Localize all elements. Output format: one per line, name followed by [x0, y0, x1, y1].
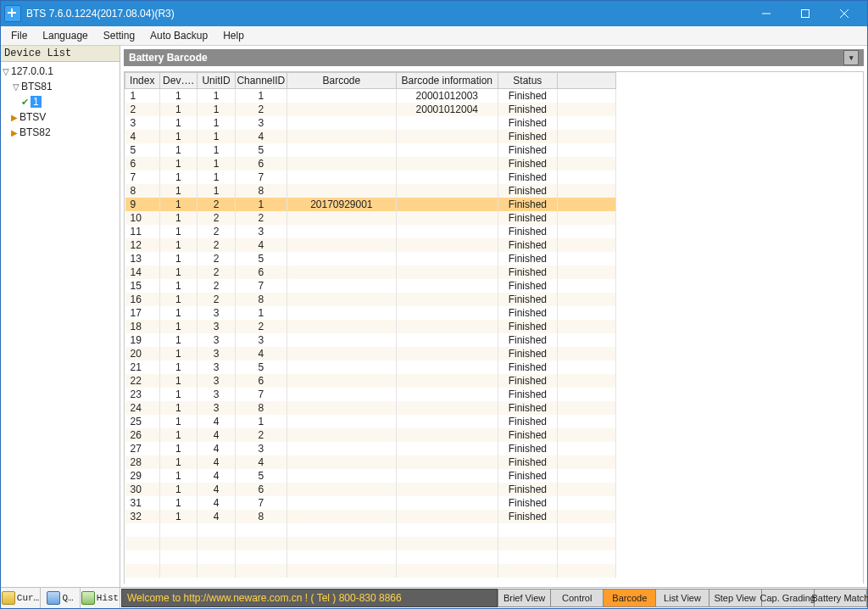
- table-row[interactable]: 18132Finished: [125, 320, 616, 333]
- table-row[interactable]: 20134Finished: [125, 347, 616, 360]
- table-cell: 6: [125, 157, 160, 170]
- view-tab-battery-match[interactable]: Battery Match: [815, 589, 867, 607]
- tree-node-btsv[interactable]: ▶ BTSV: [1, 109, 120, 125]
- table-row[interactable]: 24138Finished: [125, 401, 616, 415]
- view-tab-list-view[interactable]: List View: [656, 589, 709, 607]
- view-tab-step-view[interactable]: Step View: [709, 589, 762, 607]
- table-row[interactable]: 32148Finished: [125, 510, 616, 523]
- collapsed-icon[interactable]: ▶: [11, 113, 18, 122]
- table-row[interactable]: 31147Finished: [125, 496, 616, 510]
- table-row[interactable]: 22136Finished: [125, 374, 616, 388]
- table-row[interactable]: 8118Finished: [125, 184, 616, 198]
- minimize-button[interactable]: [747, 1, 786, 26]
- table-row[interactable]: 26142Finished: [125, 428, 616, 442]
- table-cell: [558, 415, 616, 428]
- maximize-button[interactable]: [786, 1, 825, 26]
- col-extra[interactable]: [558, 73, 616, 89]
- table-row[interactable]: 912120170929001Finished: [125, 198, 616, 211]
- menu-language[interactable]: Language: [36, 28, 94, 43]
- table-cell: 1: [159, 496, 198, 510]
- view-tab-brief-view[interactable]: Brief View: [498, 589, 551, 607]
- expand-icon[interactable]: ▽: [11, 82, 21, 92]
- sidebar-tab-current[interactable]: Cur…: [1, 588, 41, 608]
- table-row[interactable]: 28144Finished: [125, 455, 616, 469]
- col-status[interactable]: Status: [498, 73, 558, 89]
- table-cell: 7: [235, 496, 287, 510]
- collapsed-icon[interactable]: ▶: [11, 128, 18, 137]
- expand-icon[interactable]: ▽: [1, 67, 11, 76]
- table-row[interactable]: 30146Finished: [125, 483, 616, 496]
- table-cell: [287, 103, 396, 116]
- col-channel[interactable]: ChannelID: [235, 73, 287, 89]
- table-cell: 26: [125, 428, 160, 442]
- table-row[interactable]: 111120001012003Finished: [125, 89, 616, 103]
- table-cell: 1: [159, 89, 198, 103]
- table-cell: 1: [198, 143, 236, 157]
- view-tab-barcode[interactable]: Barcode: [604, 589, 656, 607]
- table-cell: 2: [198, 293, 236, 306]
- table-cell: 1: [159, 130, 198, 143]
- table-row[interactable]: 17131Finished: [125, 306, 616, 320]
- table-row[interactable]: 23137Finished: [125, 388, 616, 401]
- table-cell: [396, 306, 498, 320]
- tree-node-bts81[interactable]: ▽ BTS81: [1, 79, 120, 94]
- check-icon: ✔: [21, 97, 29, 108]
- menu-file[interactable]: File: [4, 28, 34, 43]
- col-index[interactable]: Index: [125, 73, 160, 89]
- tree-node-channel-1[interactable]: ✔ 1: [1, 94, 120, 109]
- table-row[interactable]: 13125Finished: [125, 252, 616, 265]
- table-cell: [558, 265, 616, 279]
- table-cell: Finished: [498, 89, 558, 103]
- table-cell: Finished: [498, 483, 558, 496]
- table-row[interactable]: 21135Finished: [125, 360, 616, 374]
- table-row[interactable]: 19133Finished: [125, 333, 616, 347]
- table-row[interactable]: 6116Finished: [125, 157, 616, 170]
- table-row[interactable]: 10122Finished: [125, 211, 616, 225]
- status-marquee: Welcome to http://www.neware.com.cn ! ( …: [121, 589, 498, 607]
- table-row-empty: [125, 564, 616, 578]
- table-cell: 20001012004: [396, 103, 498, 116]
- table-row[interactable]: 14126Finished: [125, 265, 616, 279]
- col-device[interactable]: Dev….: [159, 73, 198, 89]
- view-tab-cap-grading[interactable]: Cap. Grading: [762, 589, 815, 607]
- view-tab-control[interactable]: Control: [551, 589, 604, 607]
- table-cell: [287, 306, 396, 320]
- table-row[interactable]: 11123Finished: [125, 225, 616, 238]
- sidebar-tab-history[interactable]: Hist: [81, 588, 120, 608]
- table-cell: 23: [125, 388, 160, 401]
- table-cell: [558, 89, 616, 103]
- table-row[interactable]: 12124Finished: [125, 238, 616, 252]
- table-row[interactable]: 5115Finished: [125, 143, 616, 157]
- close-button[interactable]: [825, 1, 864, 26]
- table-row[interactable]: 7117Finished: [125, 170, 616, 184]
- table-row[interactable]: 3113Finished: [125, 116, 616, 130]
- table-row-empty: [125, 550, 616, 564]
- table-cell: [287, 252, 396, 265]
- table-cell: [287, 238, 396, 252]
- grid-scroll[interactable]: Index Dev…. UnitID ChannelID Barcode Bar…: [124, 71, 864, 584]
- panel-menu-button[interactable]: ▾: [843, 50, 859, 65]
- tree-node-bts82[interactable]: ▶ BTS82: [1, 125, 120, 140]
- menu-help[interactable]: Help: [216, 28, 251, 43]
- menu-auto-backup[interactable]: Auto Backup: [143, 28, 214, 43]
- table-cell: [287, 333, 396, 347]
- sidebar-tab-queue[interactable]: Q…: [41, 588, 81, 608]
- table-cell: 3: [198, 320, 236, 333]
- table-cell: 1: [159, 401, 198, 415]
- table-row[interactable]: 4114Finished: [125, 130, 616, 143]
- table-cell: Finished: [498, 442, 558, 455]
- table-row[interactable]: 25141Finished: [125, 415, 616, 428]
- table-row[interactable]: 211220001012004Finished: [125, 103, 616, 116]
- table-row[interactable]: 27143Finished: [125, 442, 616, 455]
- table-cell: 6: [235, 265, 287, 279]
- table-cell: 1: [235, 198, 287, 211]
- table-row[interactable]: 16128Finished: [125, 293, 616, 306]
- menu-setting[interactable]: Setting: [97, 28, 142, 43]
- col-barcode[interactable]: Barcode: [287, 73, 396, 89]
- col-barcode-info[interactable]: Barcode information: [396, 73, 498, 89]
- col-unit[interactable]: UnitID: [198, 73, 236, 89]
- table-cell: 1: [235, 89, 287, 103]
- table-row[interactable]: 29145Finished: [125, 469, 616, 483]
- table-row[interactable]: 15127Finished: [125, 279, 616, 293]
- tree-root[interactable]: ▽ 127.0.0.1: [1, 64, 120, 79]
